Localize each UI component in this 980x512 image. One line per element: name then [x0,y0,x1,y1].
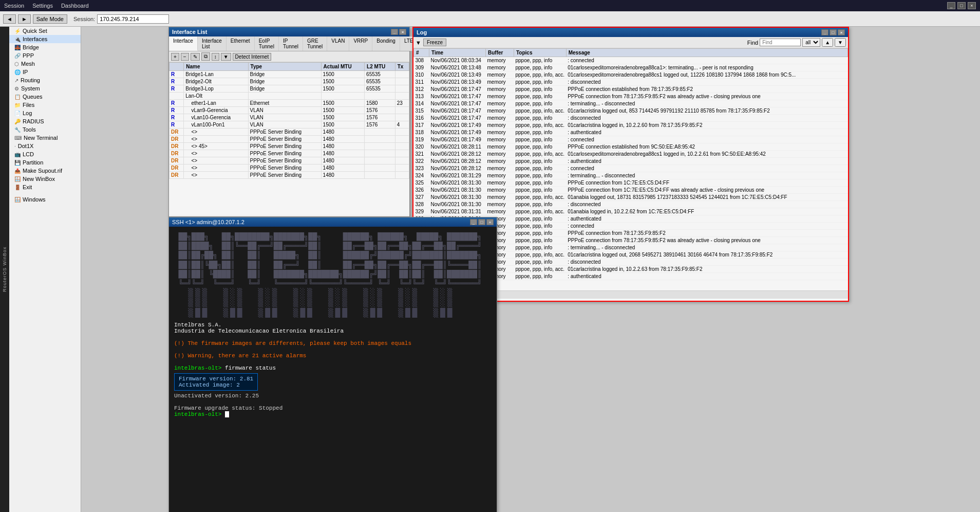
sidebar-item-log[interactable]: 📄 Log [9,109,81,117]
table-row[interactable]: 312 Nov/06/2021 08:17:47 memory pppoe, p… [414,86,848,93]
table-row[interactable]: Lan-Olt [169,93,409,100]
forward-button[interactable]: ► [18,14,31,24]
table-row[interactable]: DR <> PPPoE Server Binding 1480 [169,150,409,157]
table-row[interactable]: 317 Nov/06/2021 08:17:49 memory pppoe, p… [414,122,848,129]
table-row[interactable]: 319 Nov/06/2021 08:17:49 memory pppoe, p… [414,136,848,143]
table-row[interactable]: 311 Nov/06/2021 08:13:49 memory pppoe, p… [414,79,848,86]
table-row[interactable]: DR <> PPPoE Server Binding 1480 [169,157,409,164]
filter-interface-btn[interactable]: ▼ [221,53,231,61]
interface-minimize-btn[interactable]: _ [391,29,398,35]
edit-interface-btn[interactable]: ✎ [191,53,200,61]
terminal-maximize-btn[interactable]: □ [478,219,485,225]
minimize-btn[interactable]: _ [947,2,955,9]
copy-interface-btn[interactable]: ⧉ [201,52,210,61]
sidebar-item-newterminal[interactable]: ⌨ New Terminal [9,134,81,142]
menu-dashboard[interactable]: Dashboard [61,3,89,9]
table-row[interactable]: 325 Nov/06/2021 08:31:30 memory pppoe, p… [414,179,848,187]
terminal-close-btn[interactable]: × [486,219,494,225]
table-row[interactable]: 308 Nov/06/2021 08:03:34 memory pppoe, p… [414,57,848,64]
tab-bonding[interactable]: Bonding [372,36,400,51]
sidebar-item-windows[interactable]: 🪟 Windows [9,195,81,204]
sidebar-item-makesupout[interactable]: 📤 Make Supout.rif [9,167,81,175]
sidebar-item-bridge[interactable]: 🌉 Bridge [9,43,81,51]
table-row[interactable]: R Bridge3-Lop Bridge 1500 65535 [169,85,409,93]
tab-eoip[interactable]: EoIP Tunnel [255,36,279,51]
sidebar-item-lcd[interactable]: 📺 LCD [9,150,81,158]
table-row[interactable]: 310 Nov/06/2021 08:13:49 memory pppoe, p… [414,71,848,79]
sidebar-item-dot1x[interactable]: · Dot1X [9,142,81,150]
table-row[interactable]: DR <> 45> PPPoE Server Binding 1480 [169,143,409,150]
sidebar-item-exit[interactable]: 🚪 Exit [9,183,81,191]
table-row[interactable]: 326 Nov/06/2021 08:31:30 memory pppoe, p… [414,187,848,194]
terminal-body[interactable]: ██╗███╗ ██╗████████╗███████╗██╗ ██████╗ … [169,227,497,512]
sidebar-item-ppp[interactable]: 🔗 PPP [9,51,81,60]
menu-session[interactable]: Session [4,3,24,9]
table-row[interactable]: 329 Nov/06/2021 08:31:31 memory pppoe, p… [414,208,848,215]
freeze-btn[interactable]: Freeze [423,39,446,46]
table-row[interactable]: 328 Nov/06/2021 08:31:30 memory pppoe, p… [414,201,848,208]
filter-icon[interactable]: ▼ [416,40,421,46]
maximize-btn[interactable]: □ [957,2,966,9]
table-row[interactable]: 314 Nov/06/2021 08:17:47 memory pppoe, p… [414,100,848,107]
table-row[interactable]: 320 Nov/06/2021 08:28:11 memory pppoe, p… [414,143,848,151]
sidebar-item-queues[interactable]: 📋 Queues [9,93,81,101]
sidebar-item-system[interactable]: ⚙ System [9,84,81,93]
interface-close-btn[interactable]: × [399,29,406,35]
sidebar-item-quickset[interactable]: ⚡ Quick Set [9,27,81,35]
sidebar-item-newwinbox[interactable]: 🪟 New WinBox [9,175,81,183]
table-row[interactable]: 315 Nov/06/2021 08:17:47 memory pppoe, p… [414,107,848,115]
table-row[interactable]: R vLan10-Gerencia VLAN 1500 1576 [169,114,409,121]
table-row[interactable]: 309 Nov/06/2021 08:13:48 memory pppoe, p… [414,64,848,71]
sidebar-item-tools[interactable]: 🔧 Tools [9,125,81,134]
table-row[interactable]: R Bridge1-Lan Bridge 1500 65535 [169,71,409,78]
log-scroll-down[interactable]: ▼ [835,38,846,47]
interface-table-container[interactable]: Name Type Actual MTU L2 MTU Tx R Bridge1… [169,62,409,210]
back-button[interactable]: ◄ [3,14,16,24]
table-row[interactable]: 313 Nov/06/2021 08:17:47 memory pppoe, p… [414,93,848,100]
table-row[interactable]: R ether1-Lan Ethernet 1500 1580 23 [169,100,409,107]
table-row[interactable]: R Bridge2-Olt Bridge 1500 65535 [169,78,409,85]
tab-gretunnel[interactable]: GRE Tunnel [303,36,327,51]
sidebar-item-files[interactable]: 📁 Files [9,101,81,109]
table-row[interactable]: 327 Nov/06/2021 08:31:30 memory pppoe, p… [414,194,848,201]
menu-settings[interactable]: Settings [32,3,53,9]
terminal-minimize-btn[interactable]: _ [470,219,477,225]
table-row[interactable]: 316 Nov/06/2021 08:17:47 memory pppoe, p… [414,115,848,122]
table-row[interactable]: 321 Nov/06/2021 08:28:12 memory pppoe, p… [414,151,848,158]
table-row[interactable]: DR <> PPPoE Server Binding 1480 [169,164,409,172]
table-row[interactable]: R vLan9-Gerencia VLAN 1500 1576 [169,107,409,114]
remove-interface-btn[interactable]: − [181,53,189,61]
table-row[interactable]: DR <> PPPoE Server Binding 1480 [169,129,409,136]
sidebar-item-routing[interactable]: ↗ Routing [9,76,81,84]
sidebar-item-radius[interactable]: 🔑 RADIUS [9,117,81,125]
log-close-btn[interactable]: × [838,29,845,35]
close-btn[interactable]: × [968,2,976,9]
tab-interface-list[interactable]: Interface List [198,36,227,51]
tab-ethernet[interactable]: Ethernet [227,36,255,51]
sidebar-item-partition[interactable]: 💾 Partition [9,158,81,167]
table-row[interactable]: DR <> PPPoE Server Binding 1480 [169,172,409,179]
table-row[interactable]: 322 Nov/06/2021 08:28:12 memory pppoe, p… [414,158,848,165]
detect-internet-btn[interactable]: Detect Internet [233,53,272,61]
sort-interface-btn[interactable]: ↕ [212,53,219,61]
log-maximize-btn[interactable]: □ [830,29,837,35]
sidebar-item-interfaces[interactable]: 🔌 Interfaces [9,35,81,43]
table-row[interactable]: DR <> PPPoE Server Binding 1480 [169,136,409,143]
tab-iptunnel[interactable]: IP Tunnel [279,36,303,51]
log-minimize-btn[interactable]: _ [821,29,828,35]
sidebar-item-mesh[interactable]: ⬡ Mesh [9,60,81,68]
session-input[interactable] [97,14,169,24]
sidebar-item-ip[interactable]: 🌐 IP [9,68,81,76]
log-search-input[interactable] [760,39,801,46]
log-scroll-up[interactable]: ▲ [822,38,833,47]
tab-vrrp[interactable]: VRRP [349,36,372,51]
table-row[interactable]: 324 Nov/06/2021 08:31:29 memory pppoe, p… [414,172,848,179]
tab-vlan[interactable]: VLAN [327,36,349,51]
add-interface-btn[interactable]: + [171,53,179,61]
table-row[interactable]: R vLan100-Pon1 VLAN 1500 1576 4 [169,121,409,129]
tab-interface[interactable]: Interface [169,36,198,51]
log-search-option[interactable]: all [802,38,820,47]
table-row[interactable]: 318 Nov/06/2021 08:17:49 memory pppoe, p… [414,129,848,136]
safe-mode-button[interactable]: Safe Mode [33,14,67,24]
table-row[interactable]: 323 Nov/06/2021 08:28:12 memory pppoe, p… [414,165,848,172]
